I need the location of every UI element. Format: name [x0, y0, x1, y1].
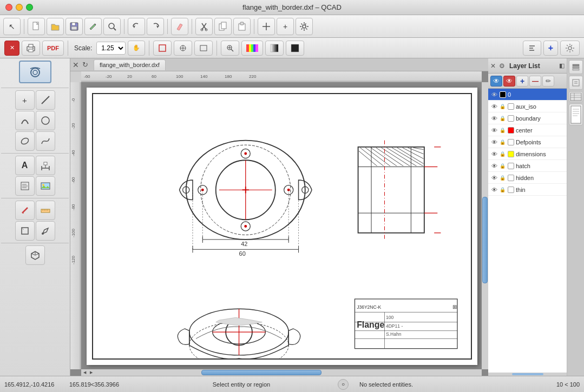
layer-thin-lock: 🔒 — [500, 187, 506, 192]
doc-tab-name: flange_with_border.dxf — [100, 62, 160, 68]
layer-0-eye: 👁 — [490, 91, 498, 98]
remove-layer-btn[interactable]: — — [529, 76, 541, 87]
layer-item-hatch[interactable]: 👁 🔒 hatch — [488, 160, 567, 172]
paste-button[interactable] — [233, 18, 251, 35]
crosshair-button[interactable] — [258, 18, 275, 35]
select-tool-button[interactable]: ↖ — [3, 18, 21, 35]
ellipse-tool[interactable] — [15, 131, 35, 151]
maximize-button[interactable] — [26, 4, 33, 11]
node-tool[interactable] — [36, 221, 55, 241]
layer-item-aux-iso[interactable]: 👁 🔒 aux_iso — [488, 101, 567, 112]
settings-button[interactable] — [296, 18, 313, 35]
layer-item-thin[interactable]: 👁 🔒 thin — [488, 184, 567, 196]
copy-button[interactable] — [214, 18, 232, 35]
minimize-button[interactable] — [16, 4, 23, 11]
svg-rect-16 — [240, 22, 244, 25]
center-page-button[interactable] — [174, 41, 192, 56]
vertical-scrollbar-thumb[interactable] — [482, 197, 488, 283]
scale-select[interactable]: 1.25 0.5 0.75 1.0 1.5 2.0 — [96, 42, 126, 55]
scroll-left-arrow[interactable]: ◀ — [81, 369, 88, 376]
properties-button[interactable] — [523, 41, 541, 56]
circle-tool[interactable] — [36, 111, 55, 130]
text-tool[interactable]: A — [15, 156, 35, 175]
ruler-tool[interactable] — [36, 201, 55, 220]
close-button[interactable] — [5, 4, 12, 11]
redo-button[interactable] — [147, 18, 164, 35]
layer-item-dimensions[interactable]: 👁 🔒 dimensions — [488, 148, 567, 160]
close-print-button[interactable]: ✕ — [4, 41, 19, 56]
table-mini-btn[interactable] — [569, 91, 583, 102]
horizontal-scrollbar-thumb[interactable] — [201, 370, 321, 375]
more-button[interactable]: + — [277, 18, 294, 35]
arc-tool[interactable] — [15, 111, 35, 130]
open-button[interactable] — [47, 18, 64, 35]
panel-right-icon[interactable]: ◧ — [559, 62, 565, 69]
print-preview-button[interactable] — [19, 61, 51, 83]
print-button[interactable] — [22, 41, 40, 56]
layer-item-0[interactable]: 👁 0 — [488, 89, 567, 101]
svg-line-46 — [42, 96, 49, 104]
edit-button[interactable] — [84, 18, 102, 35]
undo-button[interactable] — [128, 18, 145, 35]
separator-4 — [192, 19, 192, 34]
grayscale-button[interactable] — [265, 41, 284, 56]
doc-tab-close-icon[interactable]: ✕ — [73, 61, 79, 69]
edit-layer-btn[interactable]: ✏ — [542, 76, 554, 87]
page-width-button[interactable] — [194, 41, 213, 56]
layer-item-boundary[interactable]: 👁 🔒 boundary — [488, 112, 567, 124]
horizontal-scrollbar[interactable] — [81, 369, 482, 376]
notes-mini-btn[interactable] — [569, 104, 583, 125]
pan-button[interactable]: ✋ — [128, 41, 145, 56]
zoom-button[interactable] — [103, 18, 121, 35]
layer-list-scroll[interactable] — [488, 373, 567, 376]
layer-item-defpoints[interactable]: 👁 🔒 Defpoints — [488, 136, 567, 148]
erase-button[interactable] — [171, 18, 188, 35]
svg-point-45 — [33, 70, 37, 75]
hide-btn[interactable]: 👁 — [503, 76, 515, 87]
save-button[interactable] — [65, 18, 83, 35]
layer-boundary-eye: 👁 — [490, 115, 498, 122]
cut-button[interactable] — [195, 18, 213, 35]
page-frame-button[interactable] — [153, 41, 172, 56]
crosshair-tool[interactable]: + — [15, 90, 35, 110]
color-button[interactable] — [241, 41, 263, 56]
configure-button[interactable] — [560, 41, 580, 56]
layer-list-scroll-thumb[interactable] — [512, 373, 543, 375]
layers-mini-btn[interactable] — [569, 60, 583, 74]
3d-view-tool[interactable] — [25, 245, 45, 265]
layer-item-hidden[interactable]: 👁 🔒 hidden — [488, 172, 567, 184]
svg-rect-36 — [253, 44, 255, 52]
scroll-right-arrow[interactable]: ▶ — [88, 369, 94, 376]
spline-tool[interactable] — [36, 131, 55, 151]
polygon-tool[interactable] — [15, 221, 35, 241]
new-button[interactable] — [28, 18, 45, 35]
panel-gear-btn[interactable]: ⚙ — [499, 62, 505, 70]
add-layer-btn[interactable]: + — [516, 76, 528, 87]
image-tool[interactable] — [36, 176, 55, 196]
black-button[interactable] — [286, 41, 304, 56]
doc-tab-refresh-icon[interactable]: ↻ — [82, 61, 88, 69]
dimension-tool[interactable] — [36, 156, 55, 175]
panel-close-btn[interactable]: ✕ — [490, 62, 496, 70]
svg-rect-163 — [573, 79, 579, 86]
svg-text:⊞: ⊞ — [452, 304, 457, 310]
add-button[interactable]: + — [543, 41, 558, 56]
vertical-scrollbar[interactable] — [482, 82, 488, 369]
entities-display: No selected entities. — [349, 381, 552, 388]
line-tool[interactable] — [36, 90, 55, 110]
pencil-tool[interactable] — [15, 201, 35, 220]
zoom-fit-button[interactable] — [221, 41, 239, 56]
visible-all-btn[interactable]: 👁 — [490, 76, 502, 87]
properties-mini-btn[interactable] — [569, 76, 583, 90]
doc-tab[interactable]: flange_with_border.dxf — [94, 59, 166, 70]
svg-rect-62 — [41, 209, 50, 212]
window-controls — [5, 4, 33, 11]
layer-item-center[interactable]: 👁 🔒 center — [488, 124, 567, 136]
separator-1 — [24, 19, 24, 34]
svg-rect-166 — [570, 93, 581, 101]
svg-text:140: 140 — [200, 74, 208, 79]
pdf-button[interactable]: PDF — [42, 41, 64, 56]
svg-text:20: 20 — [127, 74, 132, 79]
layer-hatch-name: hatch — [516, 163, 530, 169]
hatch-tool[interactable] — [15, 176, 35, 196]
